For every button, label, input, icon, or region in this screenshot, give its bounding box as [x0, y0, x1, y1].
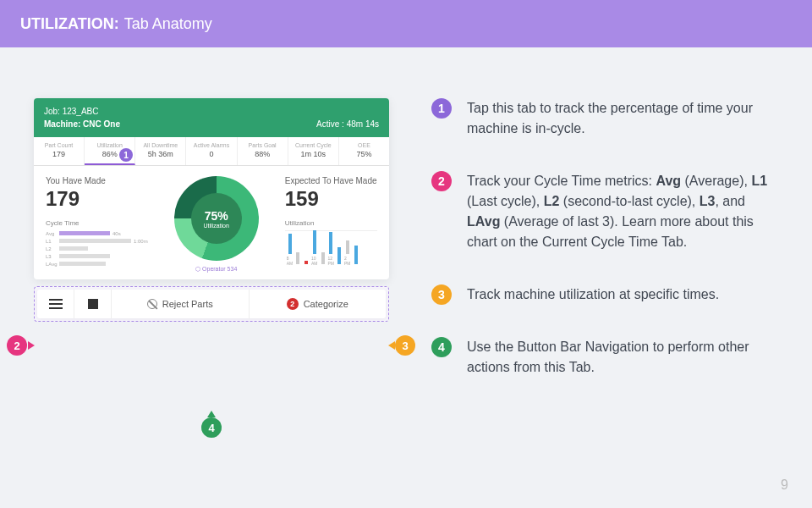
mockup-header: Job: 123_ABC Machine: CNC One Active : 4… — [34, 98, 389, 137]
metric-tab[interactable]: Parts Goal88% — [238, 137, 288, 165]
tab-value: 75% — [341, 150, 387, 158]
tab-label: Parts Goal — [239, 142, 286, 148]
cycle-bar — [59, 231, 110, 235]
cycle-row: L3 — [46, 253, 148, 259]
tab-label: Current Cycle — [290, 142, 337, 148]
util-bar — [321, 252, 325, 264]
stop-button[interactable] — [74, 290, 112, 318]
app-mockup: Job: 123_ABC Machine: CNC One Active : 4… — [34, 98, 389, 279]
util-hour-label: 2 PM — [344, 256, 351, 266]
desc-marker-1: 1 — [431, 98, 452, 119]
util-bar — [354, 246, 358, 264]
metric-tab[interactable]: OEE75% — [339, 137, 389, 165]
cycle-bar — [59, 254, 110, 258]
machine-label: Machine: CNC One — [44, 118, 120, 130]
tab-label: Part Count — [36, 142, 82, 148]
desc-text-4: Use the Button Bar Navigation to perform… — [467, 337, 778, 378]
util-bar-group — [294, 252, 301, 266]
tab-label: OEE — [341, 142, 387, 148]
desc-marker-3: 3 — [431, 284, 452, 305]
tab-value: 179 — [36, 150, 82, 158]
tab-label: Utilization — [86, 142, 133, 148]
donut-label: Utilization — [204, 223, 229, 229]
cycle-row: Avg40s — [46, 230, 148, 236]
tab-label: Active Alarms — [188, 142, 234, 148]
cycle-bar — [59, 239, 131, 243]
tab-value: 88% — [239, 150, 286, 158]
util-bar-group — [353, 246, 359, 266]
util-bar — [337, 247, 341, 264]
util-hour-label: 12 PM — [327, 256, 334, 266]
callout-arrow-2 — [28, 341, 35, 350]
util-bar-group — [360, 264, 367, 266]
util-bar-group — [303, 261, 310, 266]
cycle-row-name: Avg — [46, 231, 59, 236]
reject-parts-label: Reject Parts — [162, 299, 213, 309]
cycle-row-name: L2 — [46, 246, 59, 251]
cycle-row-name: L3 — [46, 254, 59, 259]
metric-tab[interactable]: Part Count179 — [34, 137, 85, 165]
stop-icon — [88, 299, 98, 309]
cycle-bar — [59, 262, 106, 266]
operator-label: ⬡ Operator 534 — [195, 266, 237, 273]
categorize-badge: 2 — [287, 298, 299, 310]
util-bar — [304, 261, 308, 264]
util-bar-group — [336, 247, 343, 266]
callout-marker-4: 4 — [201, 417, 222, 438]
desc-marker-2: 2 — [431, 171, 452, 191]
util-hour-label: 10 AM — [311, 256, 318, 266]
desc-text-1: Tap this tab to track the percentage of … — [467, 98, 778, 139]
header-title: UTILIZATION: — [20, 15, 119, 33]
tab-value: 0 — [188, 150, 234, 158]
util-bar-group — [369, 264, 376, 266]
prohibit-icon — [147, 299, 157, 309]
cycle-value: 40s — [112, 231, 121, 236]
reject-parts-button[interactable]: Reject Parts — [112, 290, 250, 318]
desc-text-3: Track machine utilization at specific ti… — [467, 284, 719, 305]
categorize-button[interactable]: 2 Categorize — [250, 290, 387, 318]
you-made-value: 179 — [46, 187, 148, 211]
desc-marker-4: 4 — [431, 337, 452, 357]
metric-tab[interactable]: All Downtime5h 36m — [135, 137, 186, 165]
description-3: 3 Track machine utilization at specific … — [431, 284, 778, 305]
util-bar-group: 12 PM — [327, 232, 334, 266]
donut-percent: 75% — [205, 209, 228, 223]
cycle-bar — [59, 246, 88, 251]
util-bar — [313, 230, 316, 254]
metric-tabs: Part Count179Utilization86%All Downtime5… — [34, 137, 389, 166]
menu-button[interactable] — [37, 290, 74, 318]
util-bar — [288, 234, 292, 254]
cycle-time-chart: Avg40sL11:00mL2L3LAvg — [46, 230, 148, 264]
util-bar-group — [320, 252, 326, 266]
page-header: UTILIZATION: Tab Anatomy — [0, 0, 812, 47]
callout-marker-3: 3 — [395, 335, 415, 356]
util-bar — [346, 240, 349, 254]
page-number: 9 — [781, 478, 788, 493]
expected-value: 159 — [285, 187, 377, 211]
desc-text-2: Track your Cycle Time metrics: Avg (Aver… — [467, 171, 778, 252]
active-time-label: Active : 48m 14s — [316, 118, 379, 130]
categorize-label: Categorize — [304, 299, 348, 309]
header-subtitle: Tab Anatomy — [124, 15, 212, 33]
descriptions-column: 1 Tap this tab to track the percentage o… — [431, 98, 778, 410]
description-1: 1 Tap this tab to track the percentage o… — [431, 98, 778, 139]
you-made-label: You Have Made — [46, 176, 148, 185]
util-bar — [296, 252, 299, 264]
cycle-row: LAvg — [46, 261, 148, 267]
util-bar-group: 2 PM — [344, 240, 351, 266]
callout-marker-2: 2 — [7, 335, 27, 356]
util-bar-group: 8 AM — [287, 234, 294, 266]
cycle-row-name: LAvg — [46, 262, 59, 267]
callout-arrow-3 — [388, 341, 395, 350]
job-label: Job: 123_ABC — [44, 105, 120, 118]
metric-tab[interactable]: Current Cycle1m 10s — [288, 137, 339, 165]
cycle-row: L2 — [46, 246, 148, 251]
mockup-column: 1 2 3 4 Job: 123_ABC Machine: CNC One Ac… — [34, 98, 389, 410]
utilization-bar-chart: 8 AM10 AM12 PM2 PM — [285, 230, 377, 266]
hamburger-icon — [49, 299, 63, 309]
tab-value: 1m 10s — [290, 150, 337, 158]
metric-tab[interactable]: Active Alarms0 — [186, 137, 237, 165]
expected-label: Expected To Have Made — [285, 176, 377, 185]
util-bar-group: 10 AM — [311, 230, 318, 266]
button-bar: Reject Parts 2 Categorize — [37, 290, 386, 318]
